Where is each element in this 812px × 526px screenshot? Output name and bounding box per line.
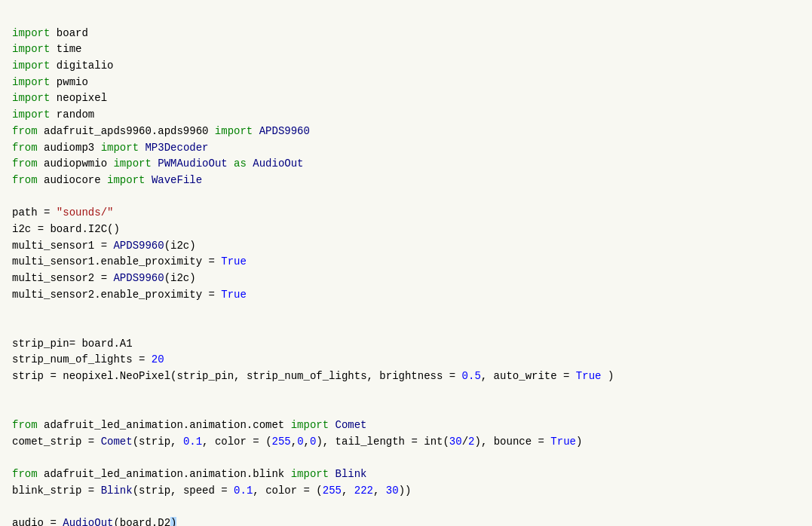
var-audio: audio — [12, 517, 44, 526]
class-mp3decoder: MP3Decoder — [145, 142, 208, 154]
keyword-import3: import — [291, 468, 329, 480]
module-digitalio: digitalio — [57, 60, 114, 72]
line-8: from audiomp3 import MP3Decoder — [12, 142, 208, 154]
alias-audioout: AudioOut — [253, 157, 303, 170]
line-16: multi_sensor2.enable_proximity = True — [12, 289, 247, 301]
blank-line-4 — [12, 387, 18, 399]
module-audiomp3: audiomp3 — [44, 142, 94, 154]
board-a1: board.A1 — [81, 338, 132, 350]
class-apds9960-call: APDS9960 — [113, 240, 164, 252]
line-22: from adafruit_led_animation.animation.bl… — [12, 468, 367, 480]
var-i2c: i2c — [12, 223, 31, 235]
keyword-import2: import — [291, 419, 329, 431]
var-strip-num: strip_num_of_lights — [12, 353, 133, 365]
module-board: board — [57, 27, 88, 39]
module-pwmio: pwmio — [57, 76, 88, 88]
bool-true: True — [221, 255, 247, 268]
var-multi-sensor1-proximity: multi_sensor1.enable_proximity — [12, 255, 202, 268]
keyword-import: import — [101, 142, 139, 154]
blank-line-3 — [12, 321, 18, 333]
var-multi-sensor2: multi_sensor2 — [12, 272, 94, 284]
string-sounds: "sounds/" — [57, 206, 114, 219]
var-blink-strip: blink_strip — [12, 485, 81, 497]
var-comet-strip: comet_strip — [12, 436, 81, 448]
line-5: import neopixel — [12, 92, 107, 104]
var-strip: strip — [12, 370, 44, 382]
num-20: 20 — [152, 353, 164, 365]
bool-true2: True — [221, 289, 247, 301]
class-wavefile: WaveFile — [152, 174, 202, 186]
blank-line-2 — [12, 304, 18, 317]
highlighted-paren: ) — [170, 517, 176, 526]
keyword-from: from — [12, 142, 38, 154]
line-23: blink_strip = Blink(strip, speed = 0.1, … — [12, 485, 411, 497]
board-d2: board.D2 — [120, 517, 170, 526]
module-random: random — [57, 109, 94, 121]
line-9: from audiopwmio import PWMAudioOut as Au… — [12, 157, 304, 170]
module-audiocore: audiocore — [44, 174, 101, 186]
line-14: multi_sensor1.enable_proximity = True — [12, 255, 247, 268]
line-12: i2c = board.I2C() — [12, 223, 120, 235]
class-audioout-call: AudioOut — [63, 517, 113, 526]
line-18: strip_num_of_lights = 20 — [12, 353, 164, 365]
blank-line-1 — [12, 191, 18, 203]
line-24: audio = AudioOut(board.D2) — [12, 517, 176, 526]
line-15: multi_sensor2 = APDS9960(i2c) — [12, 272, 196, 284]
line-1: import board — [12, 27, 88, 39]
line-11: path = "sounds/" — [12, 206, 113, 219]
keyword-from: from — [12, 125, 38, 137]
keyword-import: import — [12, 76, 50, 88]
board-i2c-call: board.I2C() — [50, 223, 119, 235]
var-multi-sensor1: multi_sensor1 — [12, 240, 94, 252]
line-4: import pwmio — [12, 76, 88, 88]
blank-line-5 — [12, 403, 18, 415]
keyword-import: import — [12, 27, 50, 39]
neopixel-call: neopixel.NeoPixel — [63, 370, 170, 382]
keyword-from2: from — [12, 419, 38, 431]
func-int: int — [424, 436, 443, 448]
bool-true4: True — [550, 436, 576, 448]
class-comet-call: Comet — [101, 436, 133, 448]
num-brightness: 0.5 — [462, 370, 481, 382]
line-6: import random — [12, 109, 94, 121]
class-blink: Blink — [336, 468, 367, 480]
module-neopixel: neopixel — [57, 92, 107, 104]
var-multi-sensor2-proximity: multi_sensor2.enable_proximity — [12, 289, 202, 301]
keyword-from: from — [12, 174, 38, 186]
keyword-import: import — [12, 60, 50, 72]
keyword-import: import — [12, 109, 50, 121]
keyword-import: import — [107, 174, 145, 186]
line-10: from audiocore import WaveFile — [12, 174, 202, 186]
class-apds9960: APDS9960 — [259, 125, 310, 137]
blank-line-6 — [12, 452, 18, 464]
keyword-from3: from — [12, 468, 38, 480]
var-path: path — [12, 206, 38, 219]
keyword-as: as — [234, 157, 247, 170]
line-19: strip = neopixel.NeoPixel(strip_pin, str… — [12, 370, 614, 382]
module-time: time — [57, 43, 82, 55]
blank-line-7 — [12, 501, 18, 513]
bool-true3: True — [576, 370, 602, 382]
line-2: import time — [12, 43, 81, 55]
class-pwmaudioout: PWMAudioOut — [158, 157, 227, 170]
line-17: strip_pin= board.A1 — [12, 338, 133, 350]
keyword-import: import — [12, 92, 50, 104]
keyword-from: from — [12, 157, 38, 170]
keyword-import: import — [12, 43, 50, 55]
module-apds9960: adafruit_apds9960.apds9960 — [44, 125, 208, 137]
module-audiopwmio: audiopwmio — [44, 157, 107, 170]
module-led-animation-comet: adafruit_led_animation.animation.comet — [44, 419, 284, 431]
class-apds9960-call2: APDS9960 — [113, 272, 164, 284]
line-21: comet_strip = Comet(strip, 0.1, color = … — [12, 436, 582, 448]
module-led-animation-blink: adafruit_led_animation.animation.blink — [44, 468, 284, 480]
class-blink-call: Blink — [101, 485, 133, 497]
line-7: from adafruit_apds9960.apds9960 import A… — [12, 125, 310, 137]
line-13: multi_sensor1 = APDS9960(i2c) — [12, 240, 196, 252]
class-comet: Comet — [336, 419, 367, 431]
var-strip-pin: strip_pin — [12, 338, 69, 350]
line-20: from adafruit_led_animation.animation.co… — [12, 419, 367, 431]
keyword-import: import — [113, 157, 151, 170]
code-editor: import board import time import digitali… — [12, 9, 800, 526]
line-3: import digitalio — [12, 60, 113, 72]
keyword-import: import — [215, 125, 253, 137]
